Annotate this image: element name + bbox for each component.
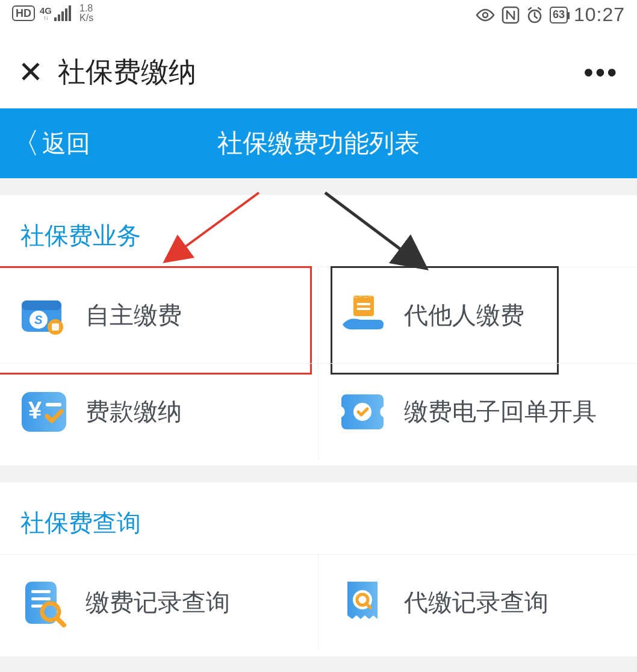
hand-ticket-icon	[337, 290, 388, 341]
cell-pay-for-other[interactable]: 代他人缴费	[318, 267, 637, 363]
back-label: 返回	[42, 127, 90, 160]
cell-fee-pay[interactable]: ¥ 费款缴纳	[0, 363, 318, 459]
cell-label: 缴费电子回单开具	[404, 395, 597, 428]
svg-rect-11	[357, 308, 370, 310]
page-title: 社保缴费功能列表	[0, 126, 637, 160]
close-icon[interactable]: ✕	[18, 57, 43, 87]
svg-point-0	[483, 13, 488, 17]
cell-pay-record-query[interactable]: 缴费记录查询	[0, 554, 318, 650]
network-arrows-icon: ↑↓	[43, 15, 48, 21]
cell-label: 自主缴费	[85, 299, 182, 332]
cell-label: 缴费记录查询	[85, 586, 230, 619]
battery-indicator: 63	[550, 7, 568, 23]
nfc-icon	[502, 6, 520, 24]
back-button[interactable]: 〈 返回	[0, 127, 90, 160]
cell-receipt-issue[interactable]: 缴费电子回单开具	[318, 363, 637, 459]
hd-badge: HD	[12, 5, 35, 21]
cell-label: 费款缴纳	[85, 395, 182, 428]
eye-icon	[475, 8, 496, 22]
more-menu-icon[interactable]: •••	[584, 57, 619, 87]
svg-rect-18	[31, 597, 51, 600]
section-title: 社保费查询	[0, 482, 637, 554]
cell-self-pay[interactable]: S 自主缴费	[0, 267, 318, 363]
section-title: 社保费业务	[0, 195, 637, 267]
grid: S 自主缴费 代他人缴费	[0, 267, 637, 459]
section-business: 社保费业务 S 自主缴费	[0, 195, 637, 465]
svg-rect-4	[22, 300, 61, 310]
page-nav: 〈 返回 社保缴费功能列表	[0, 108, 637, 178]
ticket-check-icon	[337, 386, 388, 438]
network-indicator: 4G ↑↓	[40, 5, 71, 21]
speed-unit: K/s	[79, 13, 93, 23]
network-speed: 1.8 K/s	[79, 4, 93, 23]
status-left: HD 4G ↑↓ 1.8 K/s	[12, 0, 93, 23]
chevron-left-icon: 〈	[11, 131, 40, 155]
cell-label: 代他人缴费	[404, 299, 524, 332]
cell-label: 代缴记录查询	[404, 586, 548, 619]
svg-rect-17	[31, 590, 51, 593]
svg-rect-14	[46, 403, 61, 406]
svg-text:S: S	[34, 313, 43, 326]
speed-value: 1.8	[79, 4, 93, 13]
wallet-s-icon: S	[18, 290, 70, 341]
signal-bars-icon	[54, 5, 71, 21]
svg-rect-8	[52, 323, 59, 331]
svg-text:¥: ¥	[28, 397, 42, 423]
network-gen: 4G	[40, 7, 52, 15]
clock: 10:27	[574, 4, 625, 26]
cell-agent-record-query[interactable]: 代缴记录查询	[318, 554, 637, 650]
window-header: ✕ 社保费缴纳 •••	[0, 36, 637, 108]
svg-rect-9	[353, 296, 374, 316]
window-title: 社保费缴纳	[58, 54, 196, 91]
svg-line-21	[57, 618, 64, 625]
alarm-icon	[526, 6, 544, 24]
svg-rect-10	[357, 303, 370, 305]
doc-search-icon	[18, 577, 70, 629]
section-query: 社保费查询 缴费记录查询	[0, 482, 637, 656]
status-bar: HD 4G ↑↓ 1.8 K/s 63 10:27	[0, 0, 637, 36]
battery-level: 63	[553, 8, 565, 21]
yen-check-icon: ¥	[18, 386, 70, 438]
status-right: 63 10:27	[475, 0, 625, 26]
grid: 缴费记录查询 代缴记录查询	[0, 554, 637, 650]
receipt-search-icon	[337, 577, 388, 629]
